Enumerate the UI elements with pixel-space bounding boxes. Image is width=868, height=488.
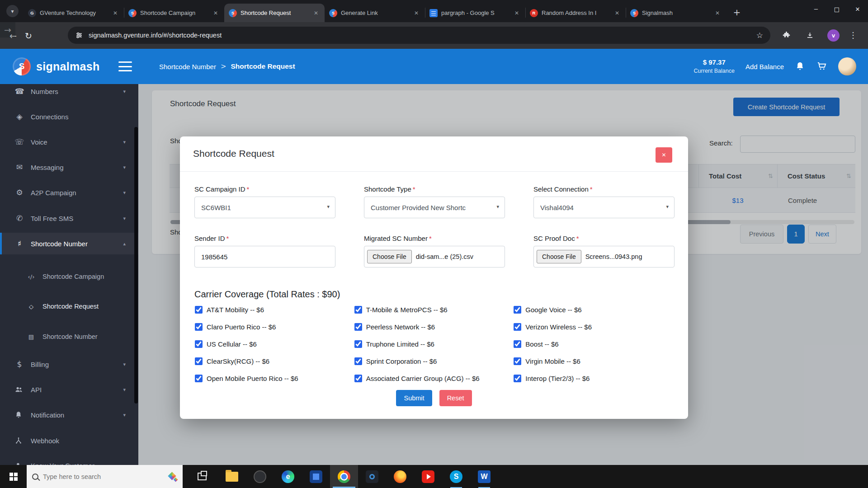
carrier-option[interactable]: Truphone Limited -- $6 <box>354 339 514 348</box>
tab-close-icon[interactable]: ✕ <box>412 9 420 17</box>
sidebar-item-messaging[interactable]: ✉ Messaging ▾ <box>0 156 138 178</box>
sidebar-item-billing[interactable]: $ Billing ▾ <box>0 353 138 375</box>
sidebar-item-shortcode-number[interactable]: ♯ Shortcode Number ▴ <box>0 233 138 254</box>
sidebar-item-webhook[interactable]: Webhook <box>0 430 138 451</box>
carrier-checkbox[interactable] <box>354 306 362 314</box>
carrier-option[interactable]: US Cellular -- $6 <box>195 339 354 348</box>
taskbar-search-input[interactable] <box>43 473 164 480</box>
taskbar-photos[interactable] <box>302 465 330 488</box>
sidebar-toggle-icon[interactable] <box>118 61 132 71</box>
sc-proof-file-input[interactable]: Choose File Screens...0943.png <box>533 246 675 267</box>
browser-tab[interactable]: S Shortcode Campaign ✕ <box>124 4 224 22</box>
window-close-button[interactable]: ✕ <box>847 0 868 19</box>
carrier-option[interactable]: Verizon Wireless -- $6 <box>514 322 673 331</box>
tab-close-icon[interactable]: ✕ <box>713 9 722 17</box>
tab-close-icon[interactable]: ✕ <box>312 9 320 17</box>
site-settings-icon[interactable] <box>75 31 83 39</box>
sidebar-item-know-your-customer[interactable]: Know Your Customer <box>0 455 138 465</box>
bookmark-star-icon[interactable]: ☆ <box>756 31 763 40</box>
tab-close-icon[interactable]: ✕ <box>513 9 521 17</box>
taskbar-edge[interactable]: e <box>274 465 302 488</box>
tab-close-icon[interactable]: ✕ <box>613 9 621 17</box>
start-button[interactable] <box>0 465 27 488</box>
sidebar-item-toll-free-sms[interactable]: ✆ Toll Free SMS ▾ <box>0 207 138 229</box>
migrated-sc-file-input[interactable]: Choose File did-sam...e (25).csv <box>364 246 505 267</box>
carrier-option[interactable]: Boost -- $6 <box>514 339 673 348</box>
sender-id-input[interactable] <box>194 246 335 267</box>
carrier-checkbox[interactable] <box>354 357 362 365</box>
shortcode-type-select[interactable]: Customer Provided New Shortc <box>364 197 505 218</box>
carrier-checkbox[interactable] <box>195 306 203 314</box>
carrier-checkbox[interactable] <box>514 375 521 382</box>
extensions-icon[interactable] <box>782 31 791 40</box>
sidebar-scrollbar[interactable] <box>134 127 138 404</box>
browser-tab[interactable]: S Generate Link ✕ <box>325 4 425 22</box>
browser-menu-icon[interactable]: ⋮ <box>849 30 857 40</box>
task-view-button[interactable] <box>198 471 209 482</box>
choose-file-button[interactable]: Choose File <box>367 250 412 263</box>
carrier-checkbox[interactable] <box>195 375 203 382</box>
tab-search-button[interactable]: ▾ <box>6 5 19 17</box>
search-highlights-icon[interactable] <box>168 472 177 481</box>
taskbar-firefox[interactable] <box>386 465 414 488</box>
taskbar-media-app[interactable] <box>358 465 386 488</box>
sidebar-item-a2p-campaign[interactable]: ⚙ A2P Campaign ▾ <box>0 182 138 203</box>
carrier-checkbox[interactable] <box>195 340 203 348</box>
carrier-checkbox[interactable] <box>195 357 203 365</box>
new-tab-button[interactable]: + <box>731 6 743 19</box>
browser-tab[interactable]: S Signalmash ✕ <box>626 4 726 22</box>
browser-tab-active[interactable]: S Shortcode Request ✕ <box>224 4 325 22</box>
modal-close-button[interactable]: ✕ <box>656 147 672 163</box>
downloads-icon[interactable] <box>806 31 814 40</box>
cart-icon[interactable] <box>816 61 827 72</box>
sc-campaign-id-select[interactable]: SC6WBI1 <box>194 197 335 218</box>
brand[interactable]: S signalmash <box>13 49 100 84</box>
carrier-checkbox[interactable] <box>195 323 203 331</box>
carrier-checkbox[interactable] <box>514 357 521 365</box>
browser-tab[interactable]: pargraph - Google S ✕ <box>425 4 525 22</box>
taskbar-chrome-active[interactable] <box>330 465 358 488</box>
reload-button[interactable]: ↻ <box>21 28 36 43</box>
add-balance-button[interactable]: Add Balance <box>745 63 784 70</box>
carrier-option[interactable]: AT&T Mobility -- $6 <box>195 305 354 314</box>
url-text[interactable]: signalmash.gventure.info/#/shortcode-req… <box>89 32 751 39</box>
sidebar-item-voice[interactable]: ☏ Voice ▾ <box>0 131 138 153</box>
carrier-option[interactable]: Open Mobile Puerto Rico -- $6 <box>195 374 354 383</box>
carrier-checkbox[interactable] <box>354 340 362 348</box>
sidebar-subitem-shortcode-request[interactable]: ◇ Shortcode Request <box>0 296 138 317</box>
submit-button[interactable]: Submit <box>396 390 432 406</box>
browser-tab[interactable]: R Random Address In I ✕ <box>525 4 626 22</box>
taskbar-youtube[interactable] <box>414 465 442 488</box>
carrier-option[interactable]: Associated Carrier Group (ACG) -- $6 <box>354 374 514 383</box>
sidebar-item-connections[interactable]: ◈ Connections <box>0 106 138 127</box>
sidebar-item-api[interactable]: API ▾ <box>0 379 138 400</box>
taskbar-app-dark[interactable] <box>246 465 274 488</box>
carrier-option[interactable]: Google Voice -- $6 <box>514 305 673 314</box>
carrier-option[interactable]: Claro Puerto Rico -- $6 <box>195 322 354 331</box>
carrier-checkbox[interactable] <box>514 323 521 331</box>
user-avatar[interactable] <box>838 57 856 75</box>
browser-tab[interactable]: G GVenture Technology ✕ <box>24 4 124 22</box>
carrier-option[interactable]: Sprint Corporation -- $6 <box>354 357 514 366</box>
notification-bell-icon[interactable] <box>795 61 806 72</box>
breadcrumb-parent[interactable]: Shortcode Number <box>159 63 216 70</box>
taskbar-file-explorer[interactable] <box>218 465 246 488</box>
carrier-option[interactable]: Peerless Network -- $6 <box>354 322 514 331</box>
tab-close-icon[interactable]: ✕ <box>111 9 119 17</box>
select-connection-select[interactable]: Vishal4094 <box>533 197 675 218</box>
taskbar-skype[interactable]: S <box>442 465 470 488</box>
carrier-option[interactable]: ClearSky(RCG) -- $6 <box>195 357 354 366</box>
choose-file-button[interactable]: Choose File <box>537 250 581 263</box>
reset-button[interactable]: Reset <box>439 390 472 406</box>
window-minimize-button[interactable]: ─ <box>806 0 826 19</box>
carrier-checkbox[interactable] <box>354 323 362 331</box>
window-maximize-button[interactable]: □ <box>826 0 847 19</box>
carrier-checkbox[interactable] <box>514 340 521 348</box>
carrier-option[interactable]: T-Mobile & MetroPCS -- $6 <box>354 305 514 314</box>
address-bar[interactable]: signalmash.gventure.info/#/shortcode-req… <box>68 27 770 44</box>
taskbar-search[interactable] <box>27 465 183 488</box>
carrier-option[interactable]: Virgin Mobile -- $6 <box>514 357 673 366</box>
carrier-option[interactable]: Interop (Tier2/3) -- $6 <box>514 374 673 383</box>
sidebar-item-numbers[interactable]: ☎ Numbers ▾ <box>0 84 138 102</box>
sidebar-subitem-shortcode-number[interactable]: ▤ Shortcode Number <box>0 326 138 347</box>
